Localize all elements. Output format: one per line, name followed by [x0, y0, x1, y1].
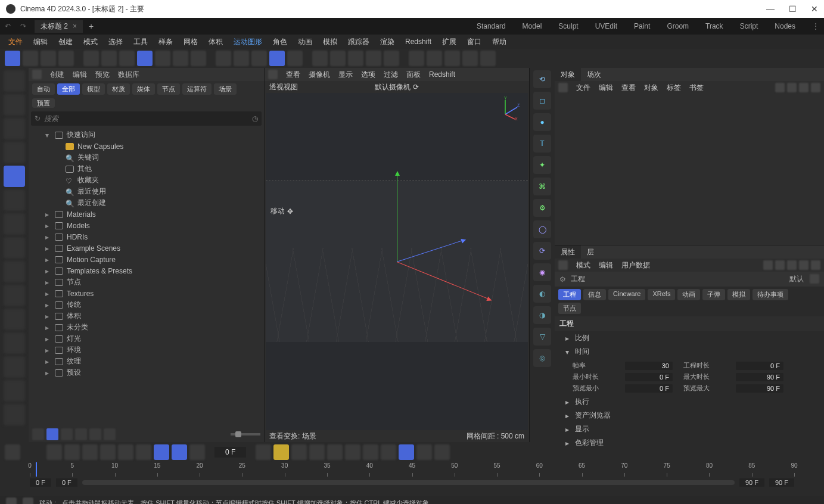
menu-item[interactable]: 角色: [268, 36, 292, 48]
panel-menu-icon[interactable]: [558, 83, 568, 92]
attr-tool-icon[interactable]: [799, 260, 809, 270]
axis-y[interactable]: [397, 172, 397, 262]
maxlen-value[interactable]: 90 F: [736, 373, 783, 381]
tree-row[interactable]: ♡收藏夹: [29, 175, 264, 186]
maximize-button[interactable]: ☐: [789, 4, 797, 14]
tl-next-button[interactable]: [100, 444, 116, 460]
object-tree[interactable]: [555, 94, 824, 245]
attr-category[interactable]: 节点: [558, 303, 581, 314]
layout-uvedit[interactable]: UVEdit: [595, 22, 617, 30]
obj-tab[interactable]: 对象: [555, 68, 581, 82]
tl-button[interactable]: [399, 444, 414, 460]
layout-standard[interactable]: Standard: [477, 22, 506, 30]
palette-icon[interactable]: ◯: [533, 220, 551, 238]
toolbar-icon[interactable]: [462, 51, 478, 66]
tree-row[interactable]: 🔍最近使用: [29, 186, 264, 197]
tl-button[interactable]: [256, 444, 271, 460]
view-mode-icon[interactable]: [61, 428, 73, 440]
camera-lock-icon[interactable]: ⟳: [413, 83, 419, 91]
tree-row[interactable]: ▸Materials: [29, 209, 264, 220]
tree-row[interactable]: ▸灯光: [29, 333, 264, 344]
menu-item[interactable]: 选择: [104, 36, 128, 48]
menu-item[interactable]: 扩展: [437, 36, 461, 48]
tree-row[interactable]: ▸Example Scenes: [29, 242, 264, 254]
attr-category[interactable]: 工程: [558, 289, 581, 300]
palette-icon[interactable]: ◉: [533, 263, 551, 281]
attr-category[interactable]: 信息: [583, 289, 606, 300]
palette-icon[interactable]: ▽: [533, 328, 551, 346]
vp-menu-item[interactable]: Redshift: [429, 70, 455, 79]
tl-button[interactable]: [416, 444, 432, 460]
close-tab-icon[interactable]: ×: [73, 22, 77, 30]
toolbar-icon[interactable]: [234, 51, 249, 66]
menu-item[interactable]: 模式: [79, 36, 102, 48]
range-track[interactable]: [82, 480, 735, 485]
tree-row[interactable]: ▸Models: [29, 220, 264, 231]
undo-button[interactable]: ↶: [2, 21, 13, 32]
tree-row[interactable]: ▸节点: [29, 276, 264, 288]
mode-icon[interactable]: [4, 332, 25, 354]
layout-nodes[interactable]: Nodes: [775, 22, 795, 30]
gear-icon[interactable]: ⚙: [559, 275, 566, 284]
attr-tab[interactable]: 层: [581, 245, 600, 259]
toolbar-icon[interactable]: [330, 51, 346, 66]
panel-menu-icon[interactable]: [32, 70, 42, 79]
mode-icon[interactable]: [4, 142, 25, 163]
toolbar-icon[interactable]: [83, 51, 99, 66]
toolbar-icon[interactable]: [251, 51, 267, 66]
tl-record-button[interactable]: [273, 444, 289, 460]
tool-cube-icon[interactable]: [5, 51, 20, 66]
scale-tool-icon[interactable]: [4, 213, 25, 235]
mode-icon[interactable]: [4, 237, 25, 259]
axis-widget[interactable]: Y Z X: [497, 97, 521, 120]
attr-default-label[interactable]: 默认: [789, 274, 804, 284]
search-clock-icon[interactable]: ◷: [252, 114, 258, 123]
toolbar-icon[interactable]: [137, 51, 153, 66]
toolbar-icon[interactable]: [287, 51, 303, 66]
rotate-tool-icon[interactable]: [4, 189, 25, 211]
attr-category[interactable]: 动画: [677, 289, 700, 300]
menu-item[interactable]: 文件: [4, 36, 27, 48]
palette-icon[interactable]: ◐: [533, 285, 551, 303]
view-mode-icon[interactable]: [89, 428, 101, 440]
toolbar-icon[interactable]: [155, 51, 170, 66]
close-button[interactable]: ✕: [811, 4, 818, 14]
redo-button[interactable]: ↷: [18, 21, 29, 32]
menu-item[interactable]: 渲染: [375, 36, 399, 48]
filter-pill[interactable]: 全部: [57, 83, 80, 95]
tree-row[interactable]: 其他: [29, 163, 264, 175]
asset-menu-item[interactable]: 创建: [50, 70, 64, 80]
tree-row[interactable]: ▸Textures: [29, 288, 264, 299]
palette-icon[interactable]: ◎: [533, 349, 551, 367]
palette-icon[interactable]: ◑: [533, 306, 551, 324]
toolbar-icon[interactable]: [269, 51, 285, 66]
attr-row-browser[interactable]: ▸资产浏览器: [555, 409, 824, 422]
obj-tool-icon[interactable]: [799, 83, 809, 92]
layout-more-icon[interactable]: ⋮: [807, 22, 824, 30]
layout-paint[interactable]: Paint: [634, 22, 650, 30]
tl-button[interactable]: [309, 444, 325, 460]
attr-tool-icon[interactable]: [811, 260, 820, 270]
vp-menu-item[interactable]: 面板: [406, 70, 421, 80]
tl-prev-button[interactable]: [64, 444, 80, 460]
menu-item[interactable]: 运动图形: [229, 36, 267, 48]
menu-item[interactable]: 帮助: [487, 36, 511, 48]
tree-row[interactable]: ▾快速访问: [29, 129, 264, 141]
current-frame[interactable]: 0 F: [214, 447, 246, 458]
menu-item[interactable]: 窗口: [462, 36, 486, 48]
mode-icon[interactable]: [4, 309, 25, 330]
tl-button[interactable]: [118, 444, 133, 460]
tl-play-button[interactable]: [82, 444, 98, 460]
attr-menu-item[interactable]: 编辑: [599, 260, 613, 270]
layout-sculpt[interactable]: Sculpt: [558, 22, 578, 30]
filter-pill[interactable]: 节点: [157, 83, 180, 95]
toolbar-icon[interactable]: [119, 51, 135, 66]
toolbar-icon[interactable]: [427, 51, 442, 66]
tl-button[interactable]: [46, 444, 62, 460]
view-mode-icon[interactable]: [46, 428, 58, 440]
new-tab-button[interactable]: +: [89, 21, 94, 31]
toolbar-icon[interactable]: [444, 51, 460, 66]
toolbar-icon[interactable]: [173, 51, 188, 66]
tl-button[interactable]: [5, 444, 20, 460]
range-start[interactable]: 0 F: [30, 478, 51, 487]
